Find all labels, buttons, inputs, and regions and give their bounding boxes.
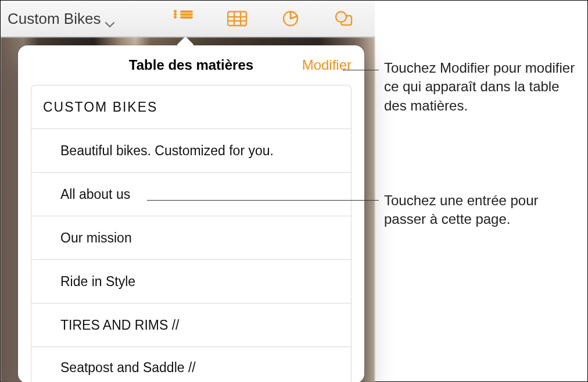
toc-entry[interactable]: Ride in Style [31,260,351,304]
toc-entry-label: All about us [31,187,130,202]
table-icon[interactable] [227,10,247,27]
toc-entry[interactable]: Our mission [31,216,351,260]
edit-button[interactable]: Modifier [302,57,352,73]
shapes-icon[interactable] [334,10,354,27]
popover-header: Table des matières Modifier [18,45,364,85]
callout-leader [147,200,379,201]
svg-line-7 [291,16,297,19]
toc-entry-label: CUSTOM BIKES [31,99,157,115]
callout-edit: Touchez Modifier pour modifier ce qui ap… [384,59,576,115]
callout-entry: Touchez une entrée pour passer à cette p… [384,191,576,229]
document-title: Custom Bikes [8,10,101,28]
toc-entry[interactable]: All about us [31,173,351,216]
popover-arrow [177,37,193,45]
callout-leader [343,70,379,70]
svg-point-9 [336,12,346,22]
toc-entry-label: Seatpost and Saddle // [31,360,196,376]
toolbar-view-switcher [174,10,354,27]
toc-entry[interactable]: Beautiful bikes. Customized for you. [31,129,351,173]
document-title-dropdown[interactable]: Custom Bikes [1,10,128,28]
svg-rect-0 [228,12,246,26]
chevron-down-icon [105,14,114,23]
toc-entry[interactable]: Seatpost and Saddle // [31,347,351,382]
popover-title: Table des matières [129,57,253,73]
toc-popover: Table des matières Modifier CUSTOM BIKES… [18,45,364,382]
toc-entry-label: TIRES AND RIMS // [31,317,179,333]
toc-entry-label: Our mission [31,230,132,246]
toc-entry[interactable]: CUSTOM BIKES [31,85,351,129]
toc-list: CUSTOM BIKES Beautiful bikes. Customized… [31,85,352,382]
toc-entry-label: Ride in Style [31,274,135,290]
app-toolbar: Custom Bikes [1,1,375,37]
toc-entry[interactable]: TIRES AND RIMS // [31,304,351,347]
chart-icon[interactable] [281,10,300,27]
list-icon[interactable] [174,10,193,27]
toc-entry-label: Beautiful bikes. Customized for you. [31,143,274,159]
